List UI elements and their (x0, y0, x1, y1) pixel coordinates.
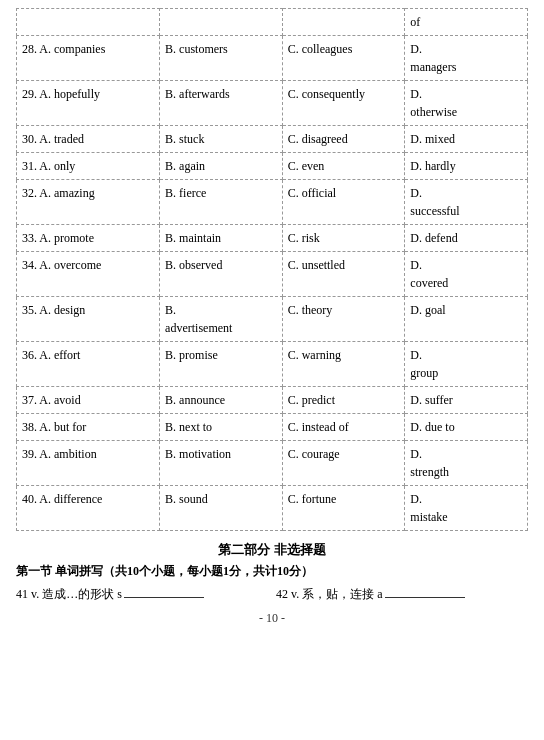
table-row: 31. A. onlyB. againC. evenD. hardly (17, 153, 528, 180)
cell-9-0: 36. A. effort (17, 342, 160, 387)
cell-4-3: D. hardly (405, 153, 528, 180)
cell-7-0: 34. A. overcome (17, 252, 160, 297)
cell-2-2: C. consequently (282, 81, 405, 126)
table-row: 32. A. amazingB. fierceC. officialD.succ… (17, 180, 528, 225)
cell-6-0: 33. A. promote (17, 225, 160, 252)
cell-10-1: B. announce (160, 387, 283, 414)
cell-4-1: B. again (160, 153, 283, 180)
cell-0-2 (282, 9, 405, 36)
table-row: 37. A. avoidB. announceC. predictD. suff… (17, 387, 528, 414)
table-row: 34. A. overcomeB. observedC. unsettledD.… (17, 252, 528, 297)
fill-questions-row: 41 v. 造成…的形状 s 42 v. 系，贴，连接 a (16, 584, 528, 603)
cell-13-2: C. fortune (282, 486, 405, 531)
cell-6-3: D. defend (405, 225, 528, 252)
table-row: 39. A. ambitionB. motivationC. courageD.… (17, 441, 528, 486)
cell-10-2: C. predict (282, 387, 405, 414)
cell-6-1: B. maintain (160, 225, 283, 252)
cell-1-0: 28. A. companies (17, 36, 160, 81)
table-row: 35. A. designB.advertisementC. theoryD. … (17, 297, 528, 342)
cell-5-1: B. fierce (160, 180, 283, 225)
table-row: 29. A. hopefullyB. afterwardsC. conseque… (17, 81, 528, 126)
q42-underline (385, 584, 465, 598)
exam-page: of28. A. companiesB. customersC. colleag… (0, 0, 544, 740)
cell-10-3: D. suffer (405, 387, 528, 414)
cell-8-2: C. theory (282, 297, 405, 342)
cell-3-3: D. mixed (405, 126, 528, 153)
section1-label: 第一节 单词拼写（共10个小题，每小题1分，共计10分） (16, 563, 528, 580)
cell-1-3: D.managers (405, 36, 528, 81)
cell-5-0: 32. A. amazing (17, 180, 160, 225)
cell-0-0 (17, 9, 160, 36)
cell-7-1: B. observed (160, 252, 283, 297)
cell-7-2: C. unsettled (282, 252, 405, 297)
cell-3-2: C. disagreed (282, 126, 405, 153)
table-row: 36. A. effortB. promiseC. warningD.group (17, 342, 528, 387)
q41-item: 41 v. 造成…的形状 s (16, 584, 268, 603)
cell-2-1: B. afterwards (160, 81, 283, 126)
cell-12-0: 39. A. ambition (17, 441, 160, 486)
cell-1-1: B. customers (160, 36, 283, 81)
cell-3-0: 30. A. traded (17, 126, 160, 153)
q42-text: 42 v. 系，贴，连接 a (276, 586, 383, 603)
cell-7-3: D.covered (405, 252, 528, 297)
q42-item: 42 v. 系，贴，连接 a (276, 584, 528, 603)
cell-5-2: C. official (282, 180, 405, 225)
cell-3-1: B. stuck (160, 126, 283, 153)
cell-8-1: B.advertisement (160, 297, 283, 342)
cell-13-3: D.mistake (405, 486, 528, 531)
cell-9-2: C. warning (282, 342, 405, 387)
cell-9-1: B. promise (160, 342, 283, 387)
question-table: of28. A. companiesB. customersC. colleag… (16, 8, 528, 531)
q41-text: 41 v. 造成…的形状 s (16, 586, 122, 603)
cell-4-0: 31. A. only (17, 153, 160, 180)
cell-2-0: 29. A. hopefully (17, 81, 160, 126)
cell-4-2: C. even (282, 153, 405, 180)
cell-6-2: C. risk (282, 225, 405, 252)
table-row: of (17, 9, 528, 36)
table-row: 33. A. promoteB. maintainC. riskD. defen… (17, 225, 528, 252)
cell-13-1: B. sound (160, 486, 283, 531)
table-row: 38. A. but forB. next toC. instead ofD. … (17, 414, 528, 441)
cell-1-2: C. colleagues (282, 36, 405, 81)
cell-9-3: D.group (405, 342, 528, 387)
cell-11-1: B. next to (160, 414, 283, 441)
table-row: 30. A. tradedB. stuckC. disagreedD. mixe… (17, 126, 528, 153)
cell-8-0: 35. A. design (17, 297, 160, 342)
cell-2-3: D.otherwise (405, 81, 528, 126)
cell-10-0: 37. A. avoid (17, 387, 160, 414)
cell-11-0: 38. A. but for (17, 414, 160, 441)
page-number: - 10 - (16, 611, 528, 626)
table-row: 40. A. differenceB. soundC. fortuneD.mis… (17, 486, 528, 531)
cell-0-3: of (405, 9, 528, 36)
cell-13-0: 40. A. difference (17, 486, 160, 531)
cell-8-3: D. goal (405, 297, 528, 342)
cell-12-1: B. motivation (160, 441, 283, 486)
table-row: 28. A. companiesB. customersC. colleague… (17, 36, 528, 81)
cell-12-3: D.strength (405, 441, 528, 486)
cell-5-3: D.successful (405, 180, 528, 225)
section2-header: 第二部分 非选择题 (16, 541, 528, 559)
cell-0-1 (160, 9, 283, 36)
cell-11-2: C. instead of (282, 414, 405, 441)
cell-11-3: D. due to (405, 414, 528, 441)
q41-underline (124, 584, 204, 598)
cell-12-2: C. courage (282, 441, 405, 486)
